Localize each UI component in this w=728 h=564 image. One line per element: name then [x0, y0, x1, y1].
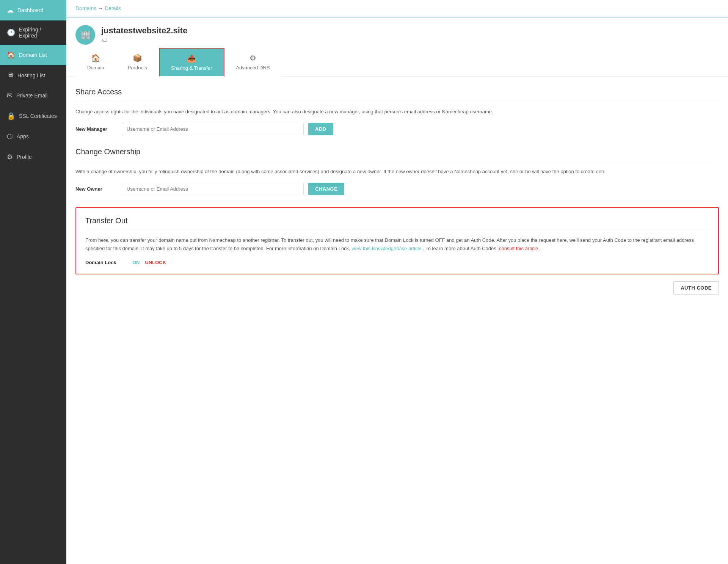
tab-sharing-icon: 📤	[187, 54, 196, 63]
sidebar-item-hosting-list[interactable]: 🖥 Hosting List	[0, 65, 66, 85]
tab-products[interactable]: 📦 Products	[116, 48, 159, 77]
sidebar-item-apps-label: Apps	[17, 133, 29, 139]
profile-icon: ⚙	[7, 153, 13, 161]
sidebar-item-profile[interactable]: ⚙ Profile	[0, 147, 66, 167]
sidebar-item-domain-list[interactable]: 🏠 Domain List	[0, 45, 66, 65]
sidebar-item-private-email-label: Private Email	[16, 92, 47, 99]
sidebar-item-expiring[interactable]: 🕐 Expiring / Expired	[0, 20, 66, 45]
transfer-out-divider	[85, 230, 709, 230]
tab-domain-label: Domain	[87, 65, 104, 70]
sidebar-item-profile-label: Profile	[17, 154, 32, 160]
main-content: Domains → Details 🏢 justatestwebsite2.si…	[66, 0, 728, 564]
domain-name: justatestwebsite2.site	[101, 26, 187, 36]
sidebar-item-dashboard-label: Dashboard	[17, 7, 44, 13]
ssl-icon: 🔒	[7, 112, 15, 120]
tab-domain[interactable]: 🏠 Domain	[75, 48, 116, 77]
lock-status: ON	[132, 260, 140, 265]
domain-lock-label: Domain Lock	[85, 260, 127, 265]
tab-dns-label: Advanced DNS	[236, 65, 270, 70]
transfer-out-box: Transfer Out From here, you can transfer…	[75, 207, 719, 274]
knowledge-base-link[interactable]: view this Knowledgebase article	[351, 246, 421, 251]
share-access-title: Share Access	[75, 88, 719, 96]
transfer-desc-2: . To learn more about Auth Codes,	[423, 246, 497, 251]
auth-code-button[interactable]: AUTH CODE	[673, 281, 719, 295]
new-owner-label: New Owner	[75, 186, 117, 192]
new-manager-label: New Manager	[75, 126, 117, 132]
tab-sharing-label: Sharing & Transfer	[171, 65, 212, 71]
change-ownership-button[interactable]: CHANGE	[308, 183, 344, 195]
change-ownership-title: Change Ownership	[75, 147, 719, 156]
sidebar: ☁ Dashboard 🕐 Expiring / Expired 🏠 Domai…	[0, 0, 66, 564]
sidebar-item-expiring-label: Expiring / Expired	[19, 27, 60, 39]
sidebar-item-apps[interactable]: ⬡ Apps	[0, 126, 66, 147]
new-manager-input[interactable]	[122, 123, 304, 135]
tabs-bar: 🏠 Domain 📦 Products 📤 Sharing & Transfer…	[66, 48, 728, 77]
tab-products-label: Products	[128, 65, 147, 70]
breadcrumb-parent[interactable]: Domains	[75, 5, 96, 11]
auth-code-wrapper: AUTH CODE	[75, 281, 719, 295]
content-area: Share Access Change access rights for th…	[66, 77, 728, 564]
tag-icon: 🏷	[101, 37, 187, 44]
hosting-list-icon: 🖥	[7, 71, 14, 79]
change-ownership-divider	[75, 161, 719, 161]
sidebar-item-dashboard[interactable]: ☁ Dashboard	[0, 0, 66, 20]
sidebar-item-private-email[interactable]: ✉ Private Email	[0, 85, 66, 106]
breadcrumb: Domains → Details	[66, 0, 728, 17]
transfer-desc-3: .	[540, 246, 541, 251]
sidebar-item-ssl[interactable]: 🔒 SSL Certificates	[0, 106, 66, 126]
domain-icon: 🏢	[75, 25, 95, 45]
unlock-button[interactable]: UNLOCK	[145, 260, 166, 265]
add-manager-button[interactable]: ADD	[308, 123, 333, 135]
transfer-out-description: From here, you can transfer your domain …	[85, 236, 709, 253]
transfer-out-title: Transfer Out	[85, 216, 709, 225]
new-owner-input[interactable]	[122, 183, 304, 195]
tab-dns-icon: ⚙	[249, 53, 256, 63]
dashboard-icon: ☁	[7, 6, 14, 14]
breadcrumb-current: Details	[105, 5, 121, 11]
domain-list-icon: 🏠	[7, 51, 15, 59]
tab-advanced-dns[interactable]: ⚙ Advanced DNS	[224, 48, 282, 77]
tab-domain-icon: 🏠	[91, 53, 100, 63]
change-ownership-description: With a change of ownership, you fully re…	[75, 168, 719, 176]
share-access-divider	[75, 101, 719, 101]
expiring-icon: 🕐	[7, 28, 15, 37]
new-owner-row: New Owner CHANGE	[75, 183, 719, 195]
tab-sharing-transfer[interactable]: 📤 Sharing & Transfer	[159, 48, 224, 77]
domain-header: 🏢 justatestwebsite2.site 🏷	[66, 17, 728, 48]
sidebar-item-ssl-label: SSL Certificates	[19, 113, 57, 119]
sidebar-item-domain-list-label: Domain List	[19, 52, 47, 58]
consult-article-link[interactable]: consult this article	[499, 246, 538, 251]
domain-name-block: justatestwebsite2.site 🏷	[101, 26, 187, 44]
new-manager-row: New Manager ADD	[75, 123, 719, 135]
private-email-icon: ✉	[7, 91, 13, 100]
share-access-description: Change access rights for the individuals…	[75, 108, 719, 116]
apps-icon: ⬡	[7, 132, 13, 141]
sidebar-item-hosting-list-label: Hosting List	[17, 72, 45, 78]
breadcrumb-separator: →	[98, 5, 103, 11]
tab-products-icon: 📦	[133, 53, 142, 63]
domain-lock-row: Domain Lock ON UNLOCK	[85, 260, 709, 265]
